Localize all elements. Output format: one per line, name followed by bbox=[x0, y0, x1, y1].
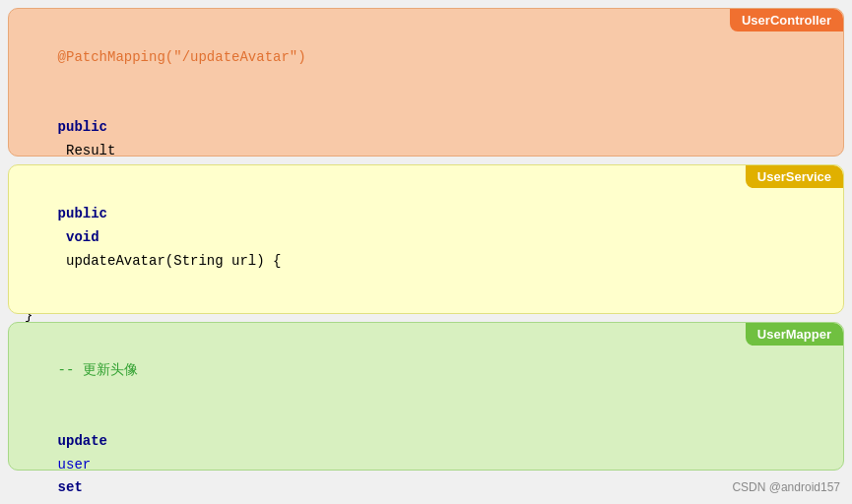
service-label: UserService bbox=[746, 165, 843, 188]
annotation-patch: @PatchMapping("/updateAvatar") bbox=[58, 49, 306, 65]
code-line-1: @PatchMapping("/updateAvatar") bbox=[25, 23, 827, 93]
mapper-sql: update user set user_pic=?,update_time=?… bbox=[25, 407, 827, 504]
sql-set-keyword: set bbox=[58, 479, 92, 495]
sql-update-keyword: update bbox=[58, 433, 116, 449]
type-result: Result bbox=[58, 143, 124, 158]
mapper-comment: -- 更新头像 bbox=[25, 337, 827, 407]
user-service-block: UserService public void updateAvatar(Str… bbox=[8, 164, 844, 313]
keyword-public-2: public bbox=[58, 206, 107, 221]
service-line-empty bbox=[25, 296, 827, 320]
keyword-void: void bbox=[58, 229, 99, 245]
keyword-public: public bbox=[58, 119, 107, 135]
user-mapper-block: UserMapper -- 更新头像 update user set user_… bbox=[8, 322, 844, 471]
service-line-1: public void updateAvatar(String url) { bbox=[25, 179, 827, 296]
method-updateavatar-service: updateAvatar(String url) { bbox=[58, 253, 282, 269]
mapper-label: UserMapper bbox=[746, 323, 843, 346]
controller-label: UserController bbox=[730, 9, 843, 32]
sql-table: user bbox=[58, 457, 99, 472]
comment-update-avatar: -- 更新头像 bbox=[58, 362, 138, 378]
user-controller-block: UserController @PatchMapping("/updateAva… bbox=[8, 8, 844, 157]
